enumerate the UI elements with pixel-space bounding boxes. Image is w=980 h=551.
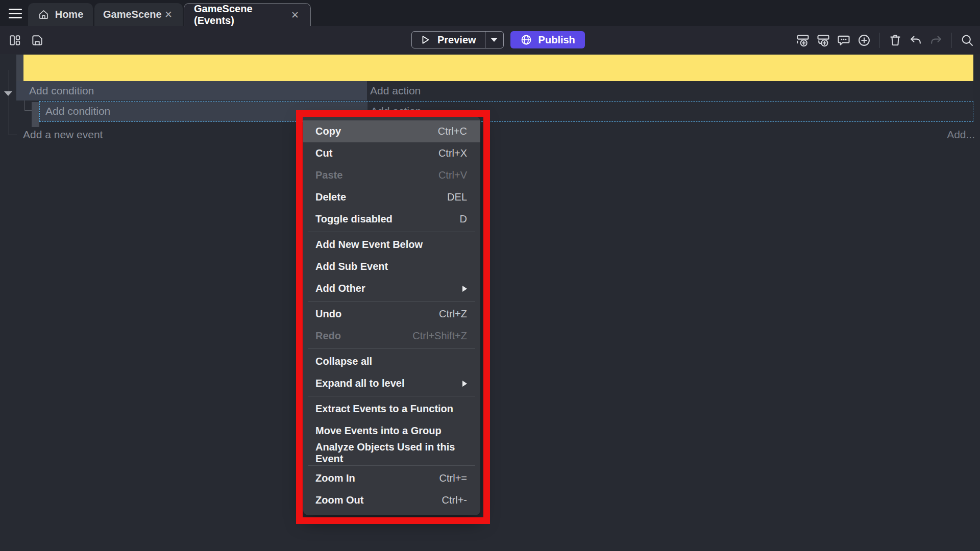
menu-separator	[308, 396, 475, 396]
sub-event-drag-handle[interactable]	[32, 102, 39, 127]
add-comment-icon[interactable]	[834, 31, 853, 50]
toolbar-left-group	[5, 26, 47, 54]
add-action-button[interactable]: Add action	[367, 81, 973, 101]
comment-drag-handle[interactable]	[16, 55, 23, 81]
search-icon[interactable]	[958, 31, 977, 50]
publish-button[interactable]: Publish	[510, 31, 585, 48]
menu-item-undo[interactable]: UndoCtrl+Z	[303, 303, 480, 325]
panels-layout-icon[interactable]	[5, 31, 24, 50]
tab-label: Home	[55, 9, 84, 20]
tab-bar: Home GameScene ✕ GameScene (Events) ✕	[0, 0, 980, 26]
hamburger-menu-icon[interactable]	[5, 5, 26, 22]
menu-item-shortcut: Ctrl+V	[438, 169, 467, 181]
close-icon[interactable]: ✕	[289, 9, 301, 21]
home-icon	[38, 9, 50, 20]
gdevelop-window: Home GameScene ✕ GameScene (Events) ✕	[0, 0, 980, 551]
menu-item-extract-events-to-a-function[interactable]: Extract Events to a Function	[303, 398, 480, 420]
menu-separator	[308, 301, 475, 302]
menu-item-shortcut: Ctrl+Shift+Z	[412, 330, 467, 342]
preview-button[interactable]: Preview	[412, 32, 485, 48]
menu-item-paste: PasteCtrl+V	[303, 164, 480, 186]
menu-separator	[308, 465, 475, 466]
comment-block[interactable]	[23, 55, 973, 81]
menu-item-cut[interactable]: CutCtrl+X	[303, 142, 480, 164]
menu-item-analyze-objects-used-in-this-event[interactable]: Analyze Objects Used in this Event	[303, 442, 480, 464]
menu-item-delete[interactable]: DeleteDEL	[303, 186, 480, 208]
menu-item-move-events-into-a-group[interactable]: Move Events into a Group	[303, 420, 480, 442]
menu-separator	[308, 348, 475, 349]
menu-item-expand-all-to-level[interactable]: Expand all to level	[303, 372, 480, 394]
globe-icon	[520, 34, 532, 46]
menu-item-shortcut: Ctrl+Z	[439, 308, 467, 320]
menu-item-redo: RedoCtrl+Shift+Z	[303, 325, 480, 347]
menu-item-add-sub-event[interactable]: Add Sub Event	[303, 256, 480, 278]
menu-item-label: Add Sub Event	[315, 261, 388, 272]
redo-icon	[926, 31, 946, 50]
add-sub-event-icon[interactable]	[814, 31, 833, 50]
menu-item-shortcut: Ctrl+=	[439, 472, 467, 484]
event-row-selected: Add condition Add action	[39, 101, 973, 122]
menu-item-copy[interactable]: CopyCtrl+C	[303, 120, 480, 142]
menu-separator	[308, 232, 475, 232]
tab-gamescene[interactable]: GameScene ✕	[94, 3, 183, 26]
submenu-arrow-icon	[462, 381, 467, 387]
menu-item-zoom-in[interactable]: Zoom InCtrl+=	[303, 467, 480, 489]
menu-item-shortcut: Ctrl+X	[438, 147, 467, 159]
events-toolbar: Preview Publish	[0, 26, 980, 54]
menu-item-shortcut: Ctrl+-	[442, 494, 467, 506]
menu-item-label: Toggle disabled	[315, 213, 393, 225]
menu-item-shortcut: D	[460, 213, 467, 225]
menu-item-shortcut: DEL	[447, 191, 467, 203]
events-sheet: Add condition Add action Add condition A…	[0, 54, 980, 551]
save-icon[interactable]	[28, 31, 47, 50]
menu-item-label: Move Events into a Group	[315, 425, 442, 437]
menu-item-label: Cut	[315, 147, 332, 159]
undo-icon[interactable]	[906, 31, 925, 50]
menu-item-label: Zoom Out	[315, 494, 363, 506]
menu-item-label: Collapse all	[315, 356, 372, 367]
tab-home[interactable]: Home	[28, 3, 93, 26]
menu-item-label: Zoom In	[315, 472, 355, 484]
tree-line	[24, 110, 32, 111]
preview-label: Preview	[437, 34, 476, 46]
tab-label: GameScene	[103, 9, 162, 20]
add-event-icon[interactable]	[793, 31, 813, 50]
add-circle-icon[interactable]	[854, 31, 874, 50]
toolbar-center-group: Preview Publish	[411, 31, 585, 48]
tab-label: GameScene (Events)	[194, 3, 289, 27]
play-icon	[420, 34, 431, 45]
toolbar-divider	[951, 33, 952, 48]
menu-item-toggle-disabled[interactable]: Toggle disabledD	[303, 208, 480, 230]
chevron-down-icon	[491, 38, 498, 42]
add-condition-button[interactable]: Add condition	[16, 81, 367, 101]
tree-line	[9, 135, 17, 135]
menu-item-label: Undo	[315, 308, 341, 320]
menu-item-label: Copy	[315, 126, 341, 137]
menu-item-label: Paste	[315, 169, 342, 181]
menu-item-label: Expand all to level	[315, 378, 405, 389]
menu-item-collapse-all[interactable]: Collapse all	[303, 350, 480, 372]
preview-button-group: Preview	[411, 31, 504, 48]
close-icon[interactable]: ✕	[163, 9, 174, 20]
toolbar-divider	[879, 33, 880, 48]
menu-item-label: Extract Events to a Function	[315, 403, 453, 415]
trash-icon[interactable]	[886, 31, 905, 50]
event-row: Add condition Add action	[16, 81, 973, 101]
menu-item-label: Add New Event Below	[315, 239, 423, 251]
tree-line	[9, 70, 9, 135]
tree-line	[24, 101, 25, 111]
menu-item-add-other[interactable]: Add Other	[303, 278, 480, 299]
menu-item-shortcut: Ctrl+C	[438, 126, 467, 137]
preview-dropdown-button[interactable]	[485, 32, 503, 48]
menu-item-zoom-out[interactable]: Zoom OutCtrl+-	[303, 489, 480, 511]
menu-item-label: Delete	[315, 191, 346, 203]
collapse-arrow-icon[interactable]	[4, 91, 12, 96]
menu-item-add-new-event-below[interactable]: Add New Event Below	[303, 234, 480, 256]
tab-gamescene-events[interactable]: GameScene (Events) ✕	[184, 3, 311, 26]
menu-item-label: Analyze Objects Used in this Event	[315, 441, 467, 465]
toolbar-right-group	[793, 26, 977, 54]
add-new-event-button[interactable]: Add a new event	[23, 129, 103, 141]
add-more-button[interactable]: Add...	[947, 129, 975, 141]
menu-item-label: Redo	[315, 330, 341, 342]
publish-label: Publish	[538, 34, 575, 46]
